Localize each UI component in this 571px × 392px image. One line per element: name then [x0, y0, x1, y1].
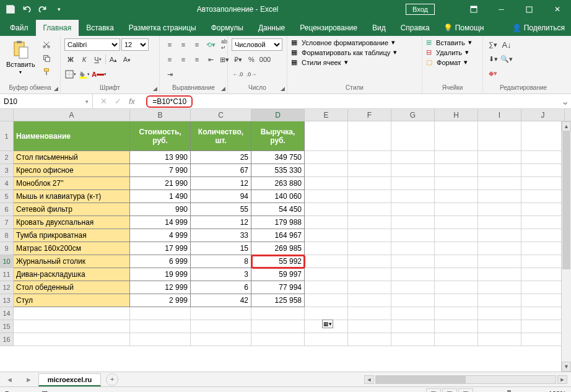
- row-header-12[interactable]: 12: [0, 281, 14, 294]
- header-rev[interactable]: Выручка, руб.: [251, 121, 305, 151]
- copy-button[interactable]: [40, 52, 53, 64]
- font-name-select[interactable]: Calibri: [64, 38, 120, 51]
- align-right-button[interactable]: ≡: [191, 53, 203, 66]
- format-as-table-button[interactable]: ▦ Форматировать как таблицу ▾: [291, 48, 397, 56]
- font-size-select[interactable]: 12: [121, 38, 149, 51]
- row-header-13[interactable]: 13: [0, 294, 14, 307]
- cell-C7[interactable]: 12: [191, 216, 251, 229]
- col-header-J[interactable]: J: [521, 109, 565, 121]
- normal-view-button[interactable]: ▦: [426, 388, 441, 393]
- decrease-font-button[interactable]: A▾: [121, 53, 133, 66]
- tab-help[interactable]: Справка: [393, 20, 437, 36]
- name-box[interactable]: D10▾: [0, 94, 93, 108]
- cell-D9[interactable]: 269 985: [251, 242, 305, 255]
- row-header-2[interactable]: 2: [0, 151, 14, 164]
- expand-formula-bar-icon[interactable]: ⌄: [559, 95, 571, 107]
- cell-D12[interactable]: 77 994: [251, 281, 305, 294]
- cell-B8[interactable]: 4 999: [130, 229, 191, 242]
- align-center-button[interactable]: ≡: [177, 53, 190, 66]
- login-button[interactable]: Вход: [406, 4, 435, 15]
- cell-A2[interactable]: Стол письменный: [14, 151, 130, 164]
- cell-C13[interactable]: 42: [191, 294, 251, 307]
- undo-icon[interactable]: [21, 4, 32, 15]
- row-header-8[interactable]: 8: [0, 229, 14, 242]
- cell-A7[interactable]: Кровать двухспальная: [14, 216, 130, 229]
- borders-button[interactable]: ▾: [64, 68, 77, 81]
- cell-C11[interactable]: 3: [191, 268, 251, 281]
- col-header-E[interactable]: E: [305, 109, 348, 121]
- row-header-16[interactable]: 16: [0, 333, 14, 346]
- cell-A8[interactable]: Тумба прикроватная: [14, 229, 130, 242]
- align-middle-button[interactable]: ≡: [177, 38, 190, 51]
- cell-B10[interactable]: 6 999: [130, 255, 191, 268]
- cell-B4[interactable]: 21 990: [130, 177, 191, 190]
- cell-B2[interactable]: 13 990: [130, 151, 191, 164]
- cell-A10[interactable]: Журнальный столик: [14, 255, 130, 268]
- decrease-indent-button[interactable]: ⇤: [204, 53, 217, 66]
- cell-B9[interactable]: 17 999: [130, 242, 191, 255]
- align-top-button[interactable]: ≡: [163, 38, 176, 51]
- row-header-7[interactable]: 7: [0, 216, 14, 229]
- save-icon[interactable]: [5, 4, 16, 15]
- underline-button[interactable]: Ч▾: [92, 53, 104, 66]
- cell-B11[interactable]: 19 999: [130, 268, 191, 281]
- col-header-B[interactable]: B: [130, 109, 191, 121]
- cell-B6[interactable]: 990: [130, 203, 191, 216]
- clipboard-launcher-icon[interactable]: ◢: [54, 85, 58, 92]
- comma-button[interactable]: 000: [259, 53, 271, 66]
- tab-formulas[interactable]: Формулы: [204, 20, 251, 36]
- sheet-tab[interactable]: microexcel.ru: [38, 373, 102, 386]
- cell-C12[interactable]: 6: [191, 281, 251, 294]
- cell-A4[interactable]: Моноблок 27": [14, 177, 130, 190]
- row-header-1[interactable]: 1: [0, 121, 14, 151]
- col-header-G[interactable]: G: [391, 109, 435, 121]
- cell-B5[interactable]: 1 490: [130, 190, 191, 203]
- macro-record-icon[interactable]: ▦: [41, 390, 48, 392]
- minimize-button[interactable]: ─: [487, 0, 515, 19]
- cell-D8[interactable]: 164 967: [251, 229, 305, 242]
- col-header-H[interactable]: H: [435, 109, 478, 121]
- scroll-down-icon[interactable]: ▼: [562, 362, 571, 372]
- cell-B7[interactable]: 14 999: [130, 216, 191, 229]
- cell-D3[interactable]: 535 330: [251, 164, 305, 177]
- orientation-button[interactable]: ⟲▾: [204, 38, 217, 51]
- fill-color-button[interactable]: ▾: [78, 68, 90, 81]
- cell-D7[interactable]: 179 988: [251, 216, 305, 229]
- scroll-left-icon[interactable]: ◄: [364, 375, 374, 384]
- cell-C5[interactable]: 94: [191, 190, 251, 203]
- cell-D5[interactable]: 140 060: [251, 190, 305, 203]
- new-sheet-button[interactable]: +: [106, 373, 118, 386]
- scroll-up-icon[interactable]: ▲: [562, 121, 571, 131]
- tab-insert[interactable]: Вставка: [79, 20, 121, 36]
- row-header-5[interactable]: 5: [0, 190, 14, 203]
- cell-C10[interactable]: 8: [191, 255, 251, 268]
- cell-B12[interactable]: 12 999: [130, 281, 191, 294]
- clear-button[interactable]: ◆▾: [487, 67, 499, 79]
- italic-button[interactable]: К: [78, 53, 90, 66]
- close-button[interactable]: ✕: [543, 0, 571, 19]
- font-launcher-icon[interactable]: ◢: [153, 85, 157, 92]
- increase-indent-button[interactable]: ⇥: [163, 68, 176, 81]
- row-header-4[interactable]: 4: [0, 177, 14, 190]
- formula-input[interactable]: =B10*C10: [142, 95, 559, 108]
- number-format-select[interactable]: Числовой: [232, 38, 282, 51]
- col-header-D[interactable]: D: [251, 109, 305, 121]
- row-header-15[interactable]: 15: [0, 320, 14, 333]
- row-header-3[interactable]: 3: [0, 164, 14, 177]
- autosum-button[interactable]: ∑▾: [487, 38, 499, 51]
- decrease-decimal-button[interactable]: .0→: [245, 68, 258, 81]
- row-header-10[interactable]: 10: [0, 255, 14, 268]
- sheet-nav-next-icon[interactable]: ►: [19, 376, 38, 383]
- cell-C4[interactable]: 12: [191, 177, 251, 190]
- cell-A6[interactable]: Сетевой фильтр: [14, 203, 130, 216]
- cell-A12[interactable]: Стол обеденный: [14, 281, 130, 294]
- fill-button[interactable]: ⬇▾: [487, 53, 499, 65]
- cell-C6[interactable]: 55: [191, 203, 251, 216]
- accounting-button[interactable]: ₽▾: [232, 53, 244, 66]
- zoom-level[interactable]: 100%: [549, 390, 566, 393]
- col-header-C[interactable]: C: [191, 109, 251, 121]
- cell-D2[interactable]: 349 750: [251, 151, 305, 164]
- cell-A9[interactable]: Матрас 160х200см: [14, 242, 130, 255]
- autofill-options-icon[interactable]: ▦▾: [322, 320, 333, 328]
- tab-file[interactable]: Файл: [2, 20, 36, 36]
